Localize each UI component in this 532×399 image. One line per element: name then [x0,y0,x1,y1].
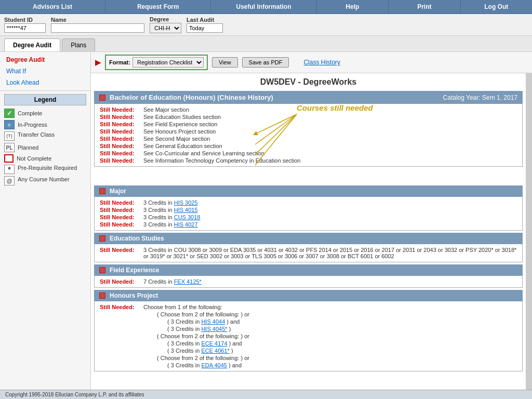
edu-studies-row-0: Still Needed: 3 Credits in COU 3008 or 3… [100,246,517,260]
his4045-link[interactable]: HIS 4045* [201,326,227,332]
major-still-text-1: 3 Credits in HIS 4015 [143,207,198,213]
major-still-label-0: Still Needed: [100,200,141,206]
class-history-link[interactable]: Class History [303,59,340,66]
legend-icon-planned: PL [4,143,15,152]
legend-title: Legend [4,94,86,105]
still-needed-text-3: See Honours Project section [143,128,216,135]
honours-label-0: Still Needed: [100,304,141,310]
still-needed-row-1: Still Needed: See Education Studies sect… [100,113,517,121]
still-needed-row-0: Still Needed: See Major section [100,106,517,113]
legend-label-any-course: Any Course Number [18,176,70,182]
major-row-0: Still Needed: 3 Credits in HIS 3025 [100,199,517,206]
field-exp-header-square [99,267,105,273]
honours-row-7: ( Choose from 2 of the following: ) or [100,354,517,362]
major-row-1: Still Needed: 3 Credits in HIS 4015 [100,206,517,214]
legend-icon-prereq: * [4,165,15,174]
major-still-label-3: Still Needed: [100,221,141,228]
degree-header-square [99,95,105,101]
dw-title: DW5DEV - DegreeWorks [91,73,526,91]
honours-row-4: ( Choose from 2 of the following: ) or [100,332,517,340]
major-section-body: Still Needed: 3 Credits in HIS 3025 Stil… [94,197,523,231]
field-exp-section-header: Field Experience [94,264,523,276]
degree-block-header: Bachelor of Education (Honours) (Chinese… [94,91,523,104]
still-needed-label-2: Still Needed: [100,121,141,127]
still-needed-text: See Major section [143,107,189,113]
major-section-header: Major [94,185,523,197]
his4015-link[interactable]: HIS 4015 [174,207,198,213]
legend-icon-any-course: @ [4,176,15,185]
student-name-label: Name [51,17,144,23]
major-still-text-2: 3 Credits in CUS 3018 [143,214,200,220]
sidebar-item-what-if[interactable]: What If [0,65,90,77]
student-id-input[interactable] [4,23,46,33]
still-needed-row-6: Still Needed: See Co-Curricular and Serv… [100,150,517,157]
ece4174-link[interactable]: ECE 4174 [201,340,227,347]
honours-row-3: ( 3 Credits in HIS 4045* ) [100,325,517,332]
save-as-pdf-button[interactable]: Save as PDF [242,57,289,68]
field-exp-label-0: Still Needed: [100,278,141,285]
legend-label-prereq: Pre-Requisite Required [18,165,77,171]
legend-label-planned: Planned [18,144,38,151]
sidebar-item-degree-audit[interactable]: Degree Audit [0,54,90,65]
degree-title: Bachelor of Education (Honours) (Chinese… [110,94,273,101]
last-audit-label: Last Audit [187,17,223,23]
major-row-2: Still Needed: 3 Credits in CUS 3018 [100,214,517,221]
tab-degree-audit[interactable]: Degree Audit [4,38,60,51]
nav-request-form[interactable]: Request Form [105,0,211,14]
field-exp-row-0: Still Needed: 7 Credits in FEX 4125* [100,278,517,285]
degree-label: Degree [150,16,181,22]
still-needed-label-6: Still Needed: [100,150,141,156]
ece4061-link[interactable]: ECE 4061* [201,348,229,354]
still-needed-label-3: Still Needed: [100,128,141,135]
fex4125-link[interactable]: FEX 4125* [174,278,202,285]
his4044-link[interactable]: HIS 4044 [201,318,225,325]
edu-studies-section-body: Still Needed: 3 Credits in COU 3008 or 3… [94,244,523,262]
nav-log-out[interactable]: Log Out [461,0,532,14]
honours-row-0: Still Needed: Choose from 1 of the follo… [100,303,517,311]
legend-icon-transfer: (T) [4,131,15,141]
still-needed-row-3: Still Needed: See Honours Project sectio… [100,128,517,135]
honours-section-header: Honours Project [94,290,523,301]
dw-scroll-area[interactable]: DW5DEV - DegreeWorks Bachelor of Educati… [91,73,532,391]
major-header-square [99,188,105,194]
nav-advisors-list[interactable]: Advisors List [0,0,105,14]
honours-row-6: ( 3 Credits in ECE 4061* ) [100,347,517,354]
annotation-courses-still-needed: Courses still needed [94,168,523,183]
still-needed-row-5: Still Needed: See General Education sect… [100,142,517,150]
degree-select[interactable]: CHI-H [150,23,181,33]
major-still-text-0: 3 Credits in HIS 3025 [143,200,198,206]
major-row-3: Still Needed: 3 Credits in HIS 4027 [100,221,517,228]
last-audit-input [187,23,223,33]
still-needed-text-7: See Information Technology Competency in… [143,157,300,164]
student-name-input[interactable] [51,23,144,33]
edu-studies-text-0: 3 Credits in COU 3008 or 3009 or EDA 303… [143,247,517,259]
legend-icon-not-complete [4,154,14,163]
his4027-link[interactable]: HIS 4027 [174,221,198,228]
still-needed-text-5: See General Education section [143,143,222,149]
nav-print[interactable]: Print [389,0,460,14]
eda4045-link[interactable]: EDA 4045 [201,362,227,368]
honours-row-8: ( 3 Credits in EDA 4045 ) and [100,362,517,369]
nav-help[interactable]: Help [317,0,389,14]
still-needed-label-5: Still Needed: [100,143,141,149]
cus3018-link[interactable]: CUS 3018 [174,214,201,220]
format-select[interactable]: Registration Checklist [132,57,204,68]
major-still-label-1: Still Needed: [100,207,141,213]
legend-label-not-complete: Not Complete [17,155,51,162]
view-button[interactable]: View [212,57,238,68]
still-needed-text-1: See Education Studies section [143,114,221,120]
legend-icon-complete: ✓ [4,109,15,118]
footer-text: Copyright 1995-2018 Ellucian Company L.P… [5,392,144,397]
his3025-link[interactable]: HIS 3025 [174,200,198,206]
format-label: Format: [109,59,130,65]
honours-header-square [99,292,105,299]
tab-plans[interactable]: Plans [62,38,95,51]
legend-label-in-progress: In-Progress [18,122,47,128]
still-needed-label: Still Needed: [100,107,141,113]
still-needed-label-1: Still Needed: [100,114,141,120]
footer: Copyright 1995-2018 Ellucian Company L.P… [0,390,532,399]
still-needed-label-4: Still Needed: [100,136,141,142]
nav-useful-information[interactable]: Useful Information [211,0,316,14]
sidebar-item-look-ahead[interactable]: Look Ahead [0,77,90,88]
edu-studies-label-0: Still Needed: [100,247,141,259]
